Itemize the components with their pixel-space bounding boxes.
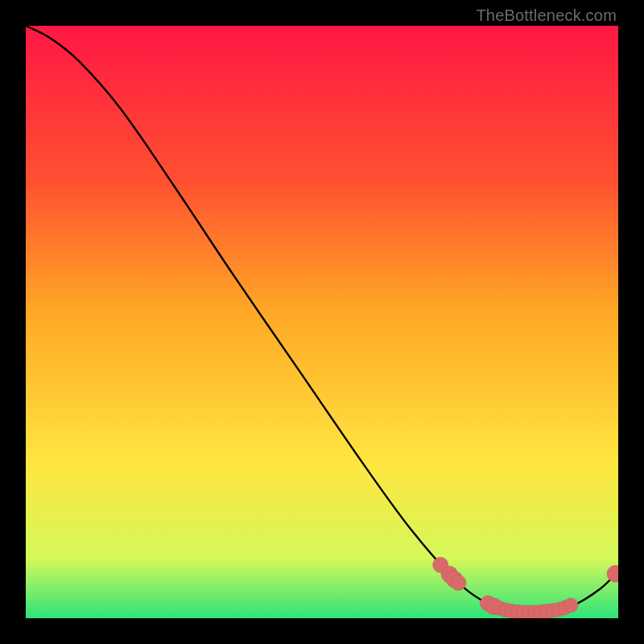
curve-layer: [26, 26, 618, 618]
data-marker: [564, 598, 578, 613]
bottleneck-curve: [26, 26, 618, 613]
chart-canvas: TheBottleneck.com: [0, 0, 644, 644]
plot-area: [26, 26, 618, 618]
data-marker: [607, 566, 618, 583]
attribution-text: TheBottleneck.com: [476, 6, 617, 25]
data-marker: [451, 575, 466, 590]
data-markers: [433, 557, 618, 618]
